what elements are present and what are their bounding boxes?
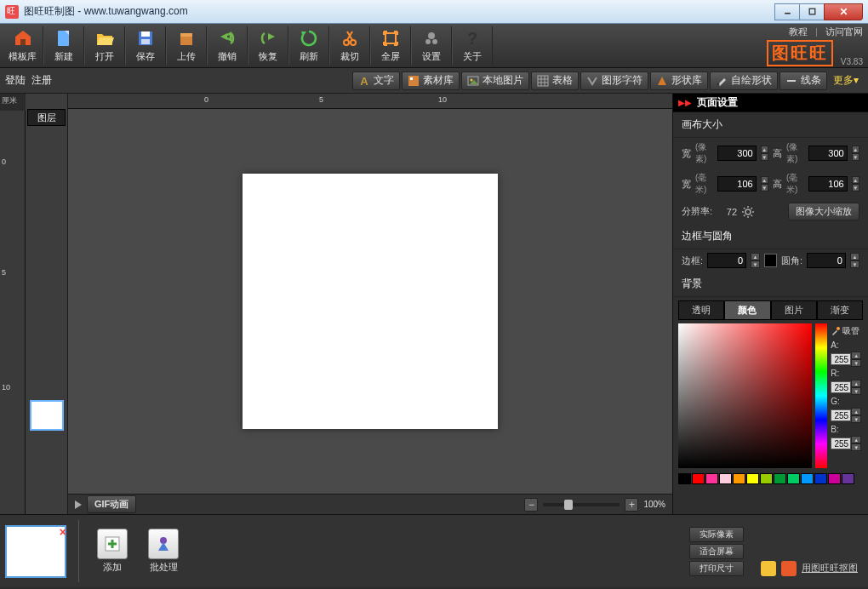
svg-marker-36: [658, 77, 666, 85]
view-print-button[interactable]: 打印尺寸: [689, 561, 744, 576]
delete-page-icon[interactable]: ×: [60, 525, 66, 539]
palette-swatch[interactable]: [842, 473, 854, 484]
bg-tab-gradient[interactable]: 渐变: [817, 300, 863, 319]
toolbar-crop[interactable]: 裁切: [329, 26, 370, 65]
color-satval-picker[interactable]: [678, 323, 812, 468]
layers-tab[interactable]: 图层: [27, 109, 66, 126]
add-page-button[interactable]: 添加: [91, 529, 134, 574]
tool-shape-lib[interactable]: 形状库: [650, 71, 708, 90]
svg-point-23: [432, 39, 437, 44]
view-fit-button[interactable]: 适合屏幕: [689, 544, 744, 559]
width-mm-spinner[interactable]: ▲▼: [761, 176, 768, 192]
border-color-swatch[interactable]: [764, 254, 777, 267]
svg-point-29: [471, 78, 473, 81]
dpi-gear-icon[interactable]: [741, 205, 755, 219]
credit-link[interactable]: 用图旺旺抠图: [802, 562, 858, 575]
toolbar-settings[interactable]: 设置: [411, 26, 452, 65]
palette-swatch[interactable]: [733, 473, 745, 484]
panel-arrow-icon: ▶▶: [678, 98, 692, 107]
tool-symbol[interactable]: 图形字符: [580, 71, 648, 90]
close-button[interactable]: [824, 3, 863, 20]
toolbar-refresh[interactable]: 刷新: [288, 26, 329, 65]
palette-swatch[interactable]: [774, 473, 786, 484]
toolbar-undo[interactable]: 撤销: [207, 26, 248, 65]
gif-animation-button[interactable]: GIF动画: [87, 495, 136, 513]
toolbar-new[interactable]: 新建: [43, 26, 84, 65]
link-official-site[interactable]: 访问官网: [825, 26, 863, 37]
border-input[interactable]: [707, 253, 746, 268]
toolbar-save[interactable]: 保存: [125, 26, 166, 65]
palette-swatch[interactable]: [760, 473, 773, 484]
ruler-unit-label: 厘米: [0, 94, 26, 111]
tool-more[interactable]: 更多▾: [829, 73, 863, 88]
canvas[interactable]: [243, 174, 498, 429]
palette-swatch[interactable]: [787, 473, 800, 484]
tool-line[interactable]: 线条: [779, 71, 827, 90]
view-actual-button[interactable]: 实际像素: [689, 527, 744, 542]
tool-local-image[interactable]: 本地图片: [461, 71, 529, 90]
radius-input[interactable]: [807, 253, 846, 268]
height-mm-input[interactable]: [808, 176, 848, 192]
link-tutorial[interactable]: 教程: [789, 26, 808, 37]
color-hue-slider[interactable]: [815, 323, 827, 468]
width-mm-input[interactable]: [717, 176, 757, 192]
svg-marker-14: [268, 33, 275, 40]
section-border: 边框与圆角: [673, 224, 868, 249]
green-input[interactable]: [831, 409, 851, 421]
toolbar-about[interactable]: ?关于: [452, 26, 493, 65]
svg-point-37: [717, 83, 720, 85]
height-px-input[interactable]: [808, 146, 848, 161]
red-input[interactable]: [831, 381, 851, 393]
maximize-button[interactable]: [799, 3, 825, 20]
toolbar-fullscreen[interactable]: 全屏: [370, 26, 411, 65]
tool-table[interactable]: 表格: [531, 71, 579, 90]
zoom-slider[interactable]: [543, 503, 620, 506]
page-thumbnail[interactable]: ×: [5, 525, 66, 578]
register-link[interactable]: 注册: [31, 74, 52, 86]
svg-rect-27: [410, 77, 413, 80]
eyedropper-button[interactable]: 吸管: [831, 323, 863, 339]
palette-swatch[interactable]: [678, 473, 691, 484]
resize-image-button[interactable]: 图像大小缩放: [788, 203, 859, 220]
color-palette: [673, 472, 868, 488]
palette-swatch[interactable]: [828, 473, 841, 484]
canvas-viewport[interactable]: [68, 109, 672, 494]
radius-spinner[interactable]: ▲▼: [850, 253, 859, 268]
play-icon[interactable]: [75, 500, 82, 509]
palette-swatch[interactable]: [801, 473, 814, 484]
bg-tab-color[interactable]: 颜色: [724, 300, 770, 319]
layer-thumbnail[interactable]: [30, 400, 64, 431]
avatar-icon-1[interactable]: [761, 561, 776, 576]
height-mm-spinner[interactable]: ▲▼: [852, 176, 859, 192]
bg-tab-image[interactable]: 图片: [771, 300, 817, 319]
section-background: 背景: [673, 272, 868, 297]
bg-tab-transparent[interactable]: 透明: [678, 300, 724, 319]
tool-freehand[interactable]: 自绘形状: [710, 71, 778, 90]
width-px-spinner[interactable]: ▲▼: [761, 146, 768, 161]
palette-swatch[interactable]: [692, 473, 705, 484]
tool-assets[interactable]: 素材库: [402, 71, 460, 90]
tool-text[interactable]: A文字: [352, 71, 400, 90]
palette-swatch[interactable]: [746, 473, 759, 484]
zoom-in-button[interactable]: +: [625, 498, 638, 512]
svg-rect-9: [141, 31, 150, 37]
login-link[interactable]: 登陆: [5, 74, 26, 86]
minimize-button[interactable]: [774, 3, 800, 20]
palette-swatch[interactable]: [705, 473, 718, 484]
toolbar-open[interactable]: 打开: [84, 26, 125, 65]
zoom-out-button[interactable]: −: [524, 498, 538, 512]
alpha-input[interactable]: [831, 353, 851, 365]
toolbar-upload[interactable]: 上传: [166, 26, 207, 65]
avatar-icon-2[interactable]: [781, 561, 797, 576]
toolbar-templates[interactable]: 模板库: [3, 26, 43, 65]
batch-button[interactable]: 批处理: [142, 529, 185, 574]
blue-input[interactable]: [831, 437, 851, 449]
width-px-input[interactable]: [717, 146, 757, 161]
palette-swatch[interactable]: [719, 473, 732, 484]
zoom-bar: GIF动画 − + 100%: [68, 494, 672, 514]
height-px-spinner[interactable]: ▲▼: [852, 146, 859, 161]
palette-swatch[interactable]: [814, 473, 827, 484]
toolbar-redo[interactable]: 恢复: [248, 26, 288, 65]
properties-panel: ▶▶页面设置 画布大小 宽(像素) ▲▼ 高(像素) ▲▼ 宽(毫米) ▲▼ 高…: [672, 94, 868, 514]
border-spinner[interactable]: ▲▼: [751, 253, 760, 268]
